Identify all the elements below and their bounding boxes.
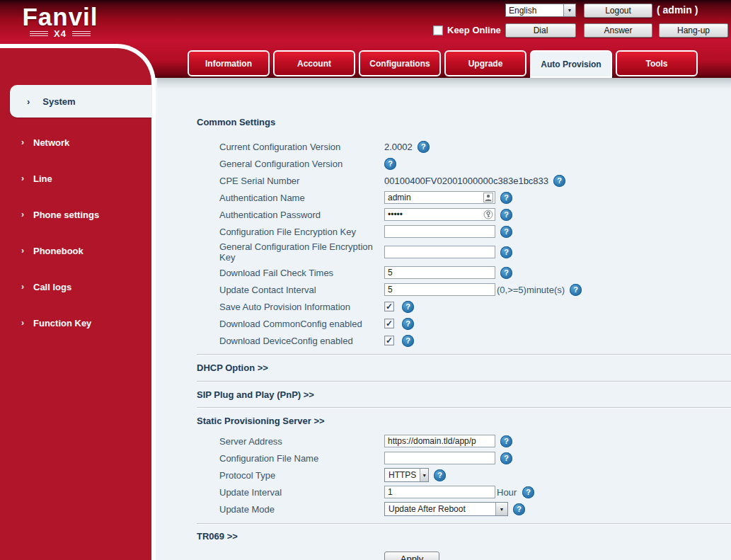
update-interval-input[interactable] bbox=[384, 486, 495, 498]
tab-bar: Information Account Configurations Upgra… bbox=[188, 50, 698, 78]
sidebar-item-label: System bbox=[42, 96, 75, 107]
sidebar-item-label: Call logs bbox=[33, 282, 71, 292]
field-label: Save Auto Provision Information bbox=[219, 302, 384, 312]
sidebar-item-phonebook[interactable]: › Phonebook bbox=[0, 243, 151, 258]
help-icon[interactable]: ? bbox=[500, 226, 512, 238]
tab-configurations[interactable]: Configurations bbox=[359, 50, 441, 76]
field-label: General Configuration Version bbox=[219, 159, 384, 169]
help-icon[interactable]: ? bbox=[500, 267, 512, 279]
save-auto-provision-checkbox[interactable]: ✓ bbox=[384, 302, 394, 312]
protocol-type-select[interactable]: HTTPS ▼ bbox=[384, 468, 429, 482]
server-address-input[interactable] bbox=[384, 435, 495, 447]
section-title-common-settings: Common Settings bbox=[197, 117, 731, 128]
check-icon: ✓ bbox=[386, 319, 393, 328]
apply-button[interactable]: Apply bbox=[384, 552, 439, 560]
field-label: Download DeviceConfig enabled bbox=[219, 336, 384, 346]
help-icon[interactable]: ? bbox=[522, 486, 534, 498]
sidebar-item-phone-settings[interactable]: › Phone settings bbox=[0, 207, 151, 222]
section-title-static-provisioning[interactable]: Static Provisioning Server >> bbox=[197, 416, 731, 427]
authentication-password-input[interactable] bbox=[384, 208, 495, 221]
help-icon[interactable]: ? bbox=[500, 246, 512, 258]
help-icon[interactable]: ? bbox=[500, 435, 512, 447]
sidebar-item-function-key[interactable]: › Function Key bbox=[0, 315, 151, 331]
sidebar-item-line[interactable]: › Line bbox=[0, 171, 151, 186]
sidebar-item-label: Function Key bbox=[33, 318, 91, 328]
field-row: Authentication Name ? bbox=[197, 189, 731, 206]
tab-auto-provision[interactable]: Auto Provision bbox=[530, 50, 612, 78]
section-title-tr069[interactable]: TR069 >> bbox=[197, 531, 731, 542]
chevron-down-icon[interactable]: ▼ bbox=[563, 4, 575, 16]
help-icon[interactable]: ? bbox=[570, 284, 582, 296]
logout-button[interactable]: Logout bbox=[584, 4, 652, 18]
tab-upgrade[interactable]: Upgrade bbox=[444, 50, 526, 76]
sidebar-item-label: Network bbox=[33, 137, 69, 148]
help-icon[interactable]: ? bbox=[402, 301, 414, 313]
chevron-down-icon[interactable]: ▼ bbox=[420, 469, 428, 481]
tab-account[interactable]: Account bbox=[273, 50, 355, 76]
field-label: Configuration File Name bbox=[219, 453, 384, 464]
password-reveal-icon[interactable] bbox=[483, 210, 493, 219]
field-row: Server Address ? bbox=[197, 433, 731, 450]
current-config-version-value: 2.0002 bbox=[384, 142, 413, 152]
dial-button[interactable]: Dial bbox=[505, 23, 576, 38]
field-row: Download DeviceConfig enabled ✓ ? bbox=[197, 332, 731, 349]
download-deviceconfig-checkbox[interactable]: ✓ bbox=[384, 336, 394, 345]
field-row: General Configuration Version ? bbox=[197, 155, 731, 172]
field-row: Protocol Type HTTPS ▼ ? bbox=[197, 467, 731, 484]
help-icon[interactable]: ? bbox=[500, 192, 512, 204]
check-icon: ✓ bbox=[386, 302, 393, 311]
field-row: Update Mode Update After Reboot ▼ ? bbox=[197, 501, 731, 518]
field-row: Download CommonConfig enabled ✓ ? bbox=[197, 315, 731, 332]
section-title-sip-pnp[interactable]: SIP Plug and Play (PnP) >> bbox=[197, 389, 731, 401]
sidebar-item-label: Phone settings bbox=[33, 210, 99, 220]
keep-online-checkbox[interactable]: ✓ bbox=[433, 25, 443, 35]
help-icon[interactable]: ? bbox=[513, 503, 525, 515]
sidebar-item-label: Phonebook bbox=[33, 246, 84, 256]
help-icon[interactable]: ? bbox=[500, 452, 512, 464]
help-icon[interactable]: ? bbox=[418, 141, 430, 153]
configuration-file-name-input[interactable] bbox=[384, 452, 495, 464]
download-commonconfig-checkbox[interactable]: ✓ bbox=[384, 319, 394, 328]
help-icon[interactable]: ? bbox=[500, 209, 512, 221]
download-fail-check-times-input[interactable] bbox=[384, 266, 495, 279]
language-select[interactable]: English ▼ bbox=[505, 4, 576, 17]
update-contact-interval-input[interactable] bbox=[384, 283, 495, 296]
field-row: General Configuration File Encryption Ke… bbox=[197, 240, 731, 264]
field-label: Authentication Password bbox=[219, 210, 384, 220]
field-label: Update Interval bbox=[219, 487, 384, 498]
protocol-type-value: HTTPS bbox=[385, 470, 420, 480]
arrow-right-icon: › bbox=[27, 96, 30, 107]
field-label: Update Mode bbox=[219, 504, 384, 515]
help-icon[interactable]: ? bbox=[434, 469, 446, 481]
hangup-button[interactable]: Hang-up bbox=[659, 23, 728, 38]
arrow-right-icon: › bbox=[21, 246, 24, 256]
field-label: Configuration File Encryption Key bbox=[219, 227, 384, 237]
logo-lines-left bbox=[30, 31, 48, 36]
answer-button[interactable]: Answer bbox=[584, 23, 652, 38]
field-row: Configuration File Encryption Key ? bbox=[197, 223, 731, 240]
section-title-dhcp-option[interactable]: DHCP Option >> bbox=[197, 362, 731, 374]
config-file-encryption-key-input[interactable] bbox=[384, 225, 495, 238]
general-config-file-encryption-key-input[interactable] bbox=[384, 246, 495, 258]
sidebar-item-system[interactable]: › System bbox=[10, 85, 151, 118]
field-label: Current Configuration Version bbox=[219, 142, 384, 152]
field-row: Configuration File Name ? bbox=[197, 450, 731, 467]
field-label: Authentication Name bbox=[219, 193, 384, 203]
sidebar: › System › Network › Line › Phone settin… bbox=[0, 44, 156, 560]
keep-online-label: Keep Online bbox=[447, 25, 501, 35]
brand-name: Fanvil bbox=[14, 4, 106, 30]
help-icon[interactable]: ? bbox=[402, 318, 414, 330]
field-label: Download CommonConfig enabled bbox=[219, 319, 384, 329]
help-icon[interactable]: ? bbox=[384, 158, 396, 170]
help-icon[interactable]: ? bbox=[553, 175, 565, 187]
sidebar-item-call-logs[interactable]: › Call logs bbox=[0, 279, 151, 295]
tab-tools[interactable]: Tools bbox=[616, 50, 698, 76]
sidebar-item-network[interactable]: › Network bbox=[0, 135, 151, 150]
authentication-name-input[interactable] bbox=[384, 191, 495, 204]
arrow-right-icon: › bbox=[21, 318, 24, 328]
update-mode-select[interactable]: Update After Reboot ▼ bbox=[384, 502, 508, 516]
field-label: General Configuration File Encryption Ke… bbox=[219, 241, 384, 263]
chevron-down-icon[interactable]: ▼ bbox=[495, 503, 507, 515]
tab-information[interactable]: Information bbox=[188, 50, 270, 76]
help-icon[interactable]: ? bbox=[402, 335, 414, 347]
